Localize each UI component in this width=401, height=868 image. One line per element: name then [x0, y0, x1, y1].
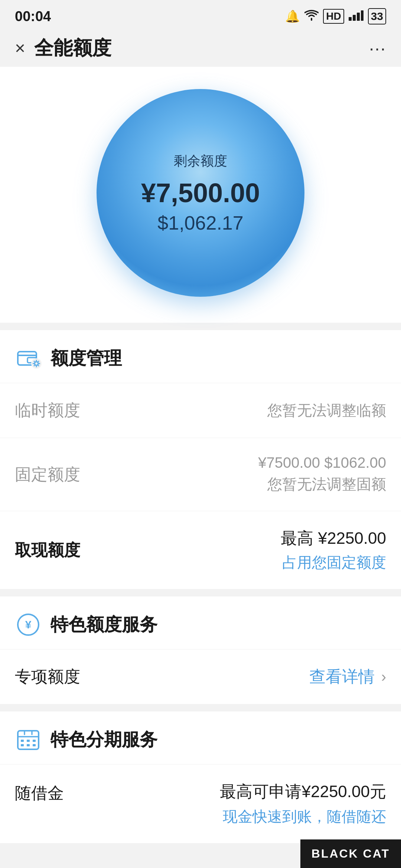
amount-usd: $1,062.17 [157, 212, 243, 234]
installment-sub: 现金快速到账，随借随还 [223, 806, 386, 827]
hero-section: 剩余额度 ¥7,500.00 $1,062.17 [0, 67, 401, 323]
status-icons: 🔔 HD 33 [285, 8, 386, 24]
temp-quota-row: 临时额度 您暂无法调整临额 [0, 383, 401, 438]
chevron-right-icon: › [381, 668, 386, 685]
temp-quota-value: 您暂无法调整临额 [267, 400, 386, 421]
cash-quota-value-line2: 占用您固定额度 [282, 552, 386, 573]
quota-management-icon [15, 345, 42, 372]
fixed-quota-value-line2: 您暂无法调整固额 [267, 474, 386, 494]
fixed-quota-value-line1: ¥7500.00 $1062.00 [258, 454, 386, 471]
cash-quota-value: 最高 ¥2250.00 占用您固定额度 [281, 527, 386, 573]
special-quota-section: ¥ 特色额度服务 专项额度 查看详情 › [0, 596, 401, 704]
wifi-icon [304, 10, 319, 23]
svg-rect-23 [27, 740, 30, 742]
special-item-right: 查看详情 › [309, 666, 386, 688]
svg-rect-27 [33, 744, 36, 746]
special-quota-icon: ¥ [15, 611, 42, 638]
page-title: 全能额度 [34, 35, 111, 61]
special-item-link[interactable]: 查看详情 [309, 666, 375, 688]
cash-quota-label: 取现额度 [15, 539, 80, 561]
svg-rect-2 [357, 13, 360, 21]
quota-management-header: 额度管理 [0, 330, 401, 383]
special-item-label: 专项额度 [15, 666, 80, 688]
special-quota-header: ¥ 特色额度服务 [0, 596, 401, 650]
circle-label: 剩余额度 [174, 152, 227, 170]
close-button[interactable]: × [15, 39, 25, 57]
installment-amount: 最高可申请¥2250.00元 [220, 781, 386, 803]
divider-3 [0, 704, 401, 711]
svg-rect-26 [27, 744, 30, 746]
more-button[interactable]: ··· [369, 38, 386, 59]
svg-line-14 [38, 361, 39, 362]
svg-line-12 [34, 361, 35, 362]
blackcat-watermark: BLACK CAT [300, 839, 401, 868]
status-time: 00:04 [15, 9, 51, 24]
balance-circle: 剩余额度 ¥7,500.00 $1,062.17 [97, 89, 304, 297]
amount-cny: ¥7,500.00 [141, 178, 260, 208]
installment-section: 特色分期服务 随借金 最高可申请¥2250.00元 现金快速到账，随借随还 [0, 711, 401, 843]
installment-icon [15, 726, 42, 753]
installment-item-right: 最高可申请¥2250.00元 现金快速到账，随借随还 [220, 781, 386, 827]
status-bar: 00:04 🔔 HD 33 [0, 0, 401, 30]
svg-rect-25 [21, 744, 24, 746]
installment-item-label: 随借金 [15, 781, 64, 804]
installment-title: 特色分期服务 [50, 728, 157, 752]
svg-rect-3 [361, 10, 363, 21]
installment-header: 特色分期服务 [0, 711, 401, 765]
battery-icon: 33 [368, 8, 386, 24]
svg-rect-22 [21, 740, 24, 742]
cash-quota-value-line1: 最高 ¥2250.00 [281, 527, 386, 549]
fixed-quota-value: ¥7500.00 $1062.00 您暂无法调整固额 [258, 454, 386, 494]
notification-icon: 🔔 [285, 9, 300, 23]
nav-left: × 全能额度 [15, 35, 111, 61]
svg-line-15 [34, 365, 35, 366]
fixed-quota-row: 固定额度 ¥7500.00 $1062.00 您暂无法调整固额 [0, 438, 401, 511]
installment-item-row[interactable]: 随借金 最高可申请¥2250.00元 现金快速到账，随借随还 [0, 765, 401, 843]
signal-icon [349, 10, 363, 23]
temp-quota-label: 临时额度 [15, 400, 80, 421]
special-quota-title: 特色额度服务 [50, 613, 157, 637]
svg-text:¥: ¥ [25, 618, 32, 631]
svg-line-13 [38, 365, 39, 366]
quota-management-title: 额度管理 [50, 346, 122, 370]
svg-rect-1 [353, 15, 356, 21]
svg-rect-0 [349, 17, 352, 21]
nav-bar: × 全能额度 ··· [0, 30, 401, 67]
hd-label: HD [323, 9, 344, 24]
special-item-row[interactable]: 专项额度 查看详情 › [0, 650, 401, 704]
svg-rect-24 [33, 740, 36, 742]
cash-quota-row: 取现额度 最高 ¥2250.00 占用您固定额度 [0, 511, 401, 589]
fixed-quota-label: 固定额度 [15, 464, 80, 486]
divider-1 [0, 323, 401, 330]
quota-management-section: 额度管理 临时额度 您暂无法调整临额 固定额度 ¥7500.00 $1062.0… [0, 330, 401, 589]
divider-2 [0, 589, 401, 596]
